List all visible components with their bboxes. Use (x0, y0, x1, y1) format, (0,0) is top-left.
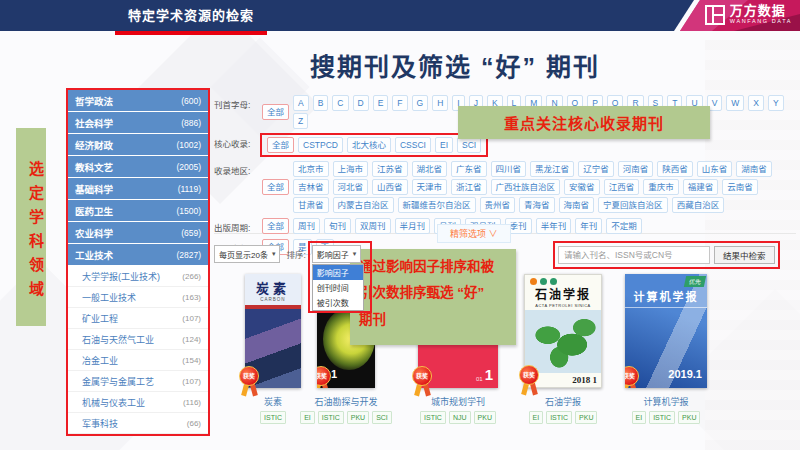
journal-name[interactable]: 石油学报 (545, 395, 581, 408)
journal-search-input[interactable] (558, 246, 710, 264)
filter-letter-button[interactable]: H (432, 95, 448, 111)
search-in-results-button[interactable]: 结果中检索 (714, 246, 775, 264)
filter-region-button[interactable]: 北京市 (293, 161, 329, 177)
subcategory-count: (116) (183, 398, 201, 407)
filter-letter-button[interactable]: B (313, 95, 329, 111)
filter-cycle-button[interactable]: 双周刊 (355, 218, 391, 234)
filter-cycle-button[interactable]: 旬刊 (324, 218, 351, 234)
journal-cover-chinese-journal-computers[interactable]: 优先 计算机学报 2019.1 获奖 (625, 274, 707, 388)
filter-core-button[interactable]: EI (435, 137, 453, 153)
filter-letter-button[interactable]: F (392, 95, 407, 111)
filter-all-button[interactable]: 全部 (262, 218, 289, 234)
sidebar-subcategory[interactable]: 大学学报(工业技术) (266) (68, 266, 208, 287)
filter-region-button[interactable]: 重庆市 (643, 179, 679, 195)
filter-region-button[interactable]: 辽宁省 (578, 161, 614, 177)
filter-core-button[interactable]: CSSCI (395, 137, 431, 153)
filter-letter-button[interactable]: Z (293, 113, 308, 129)
filter-region-button[interactable]: 湖南省 (736, 161, 772, 177)
filter-letter-button[interactable]: G (412, 95, 429, 111)
filter-region-button[interactable]: 浙江省 (451, 179, 487, 195)
filter-cycle-button[interactable]: 周刊 (293, 218, 320, 234)
sidebar-category[interactable]: 哲学政法 (600) (68, 90, 208, 112)
filter-region-button[interactable]: 广东省 (451, 161, 487, 177)
index-badge: ISTIC (649, 411, 675, 424)
filter-all-button[interactable]: 全部 (262, 179, 289, 195)
filter-cycle-button[interactable]: 半月刊 (395, 218, 431, 234)
index-badge: EI (300, 411, 315, 424)
journal-name[interactable]: 计算机学报 (643, 395, 688, 408)
index-badge: ISTIC (260, 411, 286, 424)
sidebar-subcategory[interactable]: 机械与仪表工业 (116) (68, 392, 208, 413)
core-filter-highlight-box: 全部 CSTPCD北大核心CSSCIEISCI (260, 133, 488, 157)
filter-region-button[interactable]: 黑龙江省 (530, 161, 574, 177)
filter-region-button[interactable]: 陕西省 (657, 161, 693, 177)
filter-region-button[interactable]: 福建省 (683, 179, 719, 195)
filter-region-button[interactable]: 江西省 (604, 179, 640, 195)
journal-name[interactable]: 炭素 (264, 395, 282, 408)
sidebar-category[interactable]: 教科文艺 (2005) (68, 156, 208, 178)
sidebar-subcategory[interactable]: 一般工业技术 (163) (68, 287, 208, 308)
filter-all-button[interactable]: 全部 (267, 137, 294, 153)
filter-region-button[interactable]: 海南省 (559, 197, 595, 213)
filter-letter-button[interactable]: D (353, 95, 369, 111)
index-badge: EI (529, 411, 544, 424)
filter-region-button[interactable]: 新疆维吾尔自治区 (398, 197, 476, 213)
filter-region-button[interactable]: 宁夏回族自治区 (598, 197, 668, 213)
filter-cycle-button[interactable]: 不定期 (606, 218, 642, 234)
filter-letter-button[interactable]: E (373, 95, 389, 111)
filter-region-button[interactable]: 西藏自治区 (672, 197, 725, 213)
filter-region-button[interactable]: 上海市 (333, 161, 369, 177)
filter-region-button[interactable]: 吉林省 (293, 179, 329, 195)
sidebar-category[interactable]: 社会科学 (886) (68, 112, 208, 134)
filter-region-button[interactable]: 安徽省 (564, 179, 600, 195)
filter-region-button[interactable]: 四川省 (491, 161, 527, 177)
filter-region-button[interactable]: 天津市 (412, 179, 448, 195)
award-medal-icon: 获奖 (317, 366, 333, 388)
chevron-down-icon: ▾ (272, 250, 276, 258)
sidebar-category[interactable]: 基础科学 (1119) (68, 178, 208, 200)
filter-region-button[interactable]: 贵州省 (480, 197, 516, 213)
page-size-select[interactable]: 每页显示20条 ▾ (214, 245, 280, 263)
fine-filter-toggle[interactable]: 精筛选项 ∨ (437, 224, 511, 243)
filter-all-button[interactable]: 全部 (262, 104, 289, 120)
sidebar-subcategory[interactable]: 冶金工业 (154) (68, 350, 208, 371)
filter-letter-button[interactable]: X (748, 95, 764, 111)
filter-letter-button[interactable]: A (293, 95, 309, 111)
sort-option-founding-time[interactable]: 创刊时间 (313, 280, 363, 295)
sidebar-subcategory[interactable]: 石油与天然气工业 (124) (68, 329, 208, 350)
sidebar-category[interactable]: 农业科学 (659) (68, 222, 208, 244)
filter-core-button[interactable]: SCI (457, 137, 481, 153)
sidebar-category[interactable]: 医药卫生 (1500) (68, 200, 208, 222)
journal-name[interactable]: 石油勘探与开发 (314, 395, 377, 408)
sort-option-cited-count[interactable]: 被引次数 (313, 295, 363, 310)
filter-letter-button[interactable]: W (726, 95, 744, 111)
journal-name[interactable]: 城市规划学刊 (431, 395, 485, 408)
filter-region-button[interactable]: 广西壮族自治区 (491, 179, 561, 195)
filter-core-button[interactable]: CSTPCD (298, 137, 343, 153)
filter-region-button[interactable]: 山东省 (697, 161, 733, 177)
filter-region-button[interactable]: 青海省 (519, 197, 555, 213)
sidebar-category[interactable]: 工业技术 (2827) (68, 244, 208, 266)
filter-region-button[interactable]: 山西省 (372, 179, 408, 195)
filter-letter-button[interactable]: Y (768, 95, 784, 111)
journal-cover-acta-petrolei[interactable]: 石油学报 ACTA PETROLEI SINICA 2018 1 获奖 (524, 274, 602, 388)
sidebar-subcategory[interactable]: 金属学与金属工艺 (107) (68, 371, 208, 392)
filter-letter-button[interactable]: C (332, 95, 348, 111)
filter-region-button[interactable]: 云南省 (722, 179, 758, 195)
filter-cycle-button[interactable]: 年刊 (575, 218, 602, 234)
filter-region-button[interactable]: 河南省 (618, 161, 654, 177)
sidebar-subcategory[interactable]: 军事科技 (66) (68, 413, 208, 434)
filter-region-button[interactable]: 江苏省 (372, 161, 408, 177)
sidebar-subcategory[interactable]: 矿业工程 (107) (68, 308, 208, 329)
filter-region-button[interactable]: 湖北省 (412, 161, 448, 177)
filter-region-button[interactable]: 河北省 (333, 179, 369, 195)
sidebar-category[interactable]: 经济财政 (1002) (68, 134, 208, 156)
filter-region-button[interactable]: 甘肃省 (293, 197, 329, 213)
filter-region-button[interactable]: 内蒙古自治区 (333, 197, 394, 213)
filter-core-button[interactable]: 北大核心 (347, 137, 391, 153)
journal-cover-tansu[interactable]: 炭素 CARBON 获奖 (245, 274, 301, 388)
sort-option-impact-factor[interactable]: 影响因子 (313, 265, 363, 280)
category-count: (659) (181, 228, 201, 238)
sort-select[interactable]: 影响因子 ▾ (312, 245, 362, 263)
filter-cycle-button[interactable]: 半年刊 (536, 218, 572, 234)
